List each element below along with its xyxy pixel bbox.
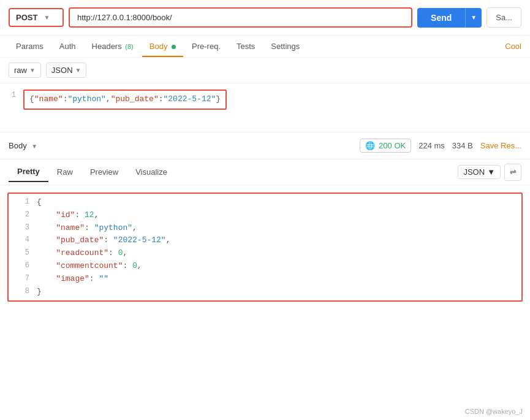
resp-tab-raw[interactable]: Raw (48, 162, 81, 181)
tab-settings[interactable]: Settings (263, 36, 307, 57)
tab-prereq[interactable]: Pre-req. (184, 36, 228, 57)
line-number-1: 1 (5, 90, 23, 101)
resp-line-4: 4 "pub_date": "2022-5-12", (13, 234, 517, 247)
resp-line-6: 6 "commentcount": 0, (13, 260, 517, 273)
send-dropdown-button[interactable]: ▼ (465, 8, 482, 28)
resp-tab-preview[interactable]: Preview (81, 162, 127, 181)
raw-chevron-icon: ▼ (29, 67, 36, 74)
response-header: Body ▼ 🌐 200 OK 224 ms 334 B Save Res... (0, 132, 530, 159)
resp-line-3: 3 "name": "python", (13, 222, 517, 235)
tab-headers[interactable]: Headers (8) (85, 36, 141, 57)
code-line-1: 1 {"name":"python","pub_date":"2022-5-12… (0, 90, 530, 110)
tab-auth[interactable]: Auth (52, 36, 83, 57)
url-input[interactable]: http://127.0.0.1:8000/book/ (69, 7, 412, 28)
response-size: 334 B (452, 141, 473, 150)
json-chevron-icon: ▼ (75, 67, 81, 74)
cool-link[interactable]: Cool (505, 42, 521, 51)
method-label: POST (16, 13, 37, 22)
send-button[interactable]: Send (417, 8, 465, 28)
wrap-button[interactable]: ⇌ (504, 164, 521, 181)
resp-line-7: 7 "image": "" (13, 273, 517, 286)
method-select[interactable]: POST ▼ (9, 8, 64, 27)
response-body-code: 1 { 2 "id": 12, 3 "name": "python", 4 "p… (0, 185, 530, 309)
response-time: 224 ms (418, 141, 445, 150)
wrap-icon: ⇌ (510, 167, 517, 177)
body-active-dot (172, 45, 176, 49)
response-format-select[interactable]: JSON ▼ (458, 165, 501, 179)
body-format-bar: raw ▼ JSON ▼ (0, 58, 530, 83)
response-json-box: 1 { 2 "id": 12, 3 "name": "python", 4 "p… (7, 193, 523, 302)
method-chevron-icon: ▼ (44, 14, 50, 21)
request-body-editor[interactable]: 1 {"name":"python","pub_date":"2022-5-12… (0, 83, 530, 132)
response-body-label[interactable]: Body ▼ (9, 141, 37, 150)
status-badge: 🌐 200 OK (360, 139, 411, 153)
response-body-chevron-icon: ▼ (31, 143, 37, 150)
tab-params[interactable]: Params (9, 36, 51, 57)
resp-tab-visualize[interactable]: Visualize (127, 162, 176, 181)
resp-line-1: 1 { (13, 196, 517, 209)
request-tabs-bar: Params Auth Headers (8) Body Pre-req. Te… (0, 36, 530, 58)
raw-select[interactable]: raw ▼ (9, 63, 41, 78)
save-response-button[interactable]: Save Res... (480, 141, 521, 150)
resp-line-8: 8 } (13, 286, 517, 299)
resp-line-2: 2 "id": 12, (13, 209, 517, 222)
url-bar: POST ▼ http://127.0.0.1:8000/book/ Send … (0, 0, 530, 36)
tab-tests[interactable]: Tests (229, 36, 262, 57)
json-select[interactable]: JSON ▼ (46, 63, 87, 78)
save-button[interactable]: Sa... (486, 7, 521, 28)
resp-tab-pretty[interactable]: Pretty (9, 162, 48, 182)
tab-body[interactable]: Body (142, 36, 183, 57)
headers-badge: (8) (125, 43, 133, 50)
code-content-1: {"name":"python","pub_date":"2022-5-12"} (23, 90, 525, 110)
globe-icon: 🌐 (365, 141, 375, 150)
response-format-chevron-icon: ▼ (487, 167, 495, 177)
response-tabs-bar: Pretty Raw Preview Visualize JSON ▼ ⇌ (0, 159, 530, 185)
status-code: 200 OK (379, 141, 406, 150)
send-button-group: Send ▼ (417, 8, 482, 28)
resp-line-5: 5 "readcount": 0, (13, 247, 517, 260)
request-body-box: {"name":"python","pub_date":"2022-5-12"} (23, 90, 227, 110)
